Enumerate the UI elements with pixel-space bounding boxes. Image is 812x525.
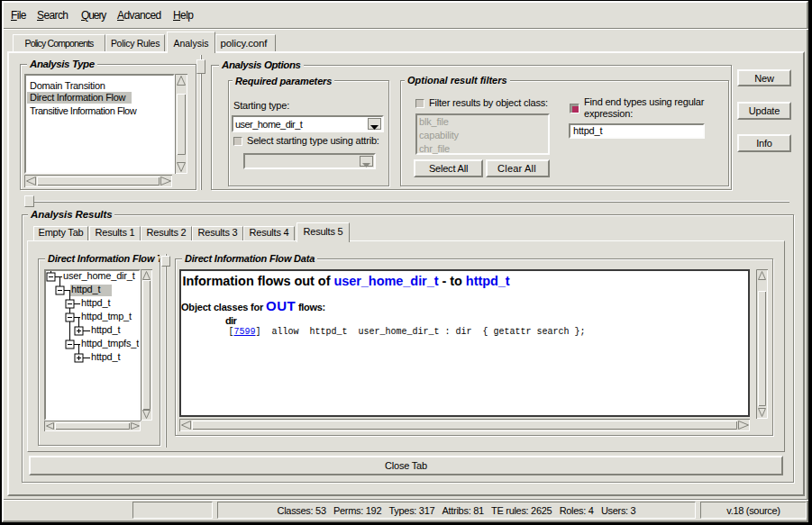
svg-text:httpd_t: httpd_t [91,351,120,362]
svg-text:httpd_tmpfs_t: httpd_tmpfs_t [81,338,139,348]
svg-text:httpd_t: httpd_t [71,284,100,294]
svg-text:user_home_dir_t: user_home_dir_t [63,271,135,281]
svg-text:httpd_tmp_t: httpd_tmp_t [81,311,132,321]
svg-text:httpd_t: httpd_t [81,297,110,308]
svg-text:httpd_t: httpd_t [91,324,120,335]
